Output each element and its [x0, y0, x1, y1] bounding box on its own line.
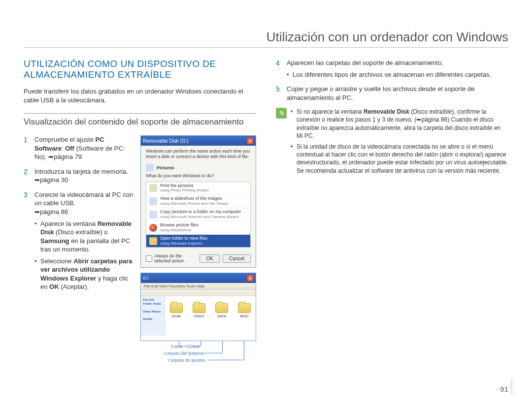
option-open-folder[interactable]: Open folder to view filesusing Windows E… [146, 235, 250, 248]
mediashow-icon [149, 224, 157, 232]
removable-disk-dialog: Removable Disk (G:) × Windows can perfor… [140, 135, 256, 268]
callouts: Fotos Vídeos Carpeta del sistema Carpeta… [140, 341, 256, 373]
close-icon[interactable]: × [247, 275, 254, 281]
folder-icon [149, 237, 157, 245]
section-title: UTILIZACIÓN COMO UN DISPOSITIVO DE ALMAC… [24, 59, 256, 80]
callout-fotos: Fotos [171, 344, 182, 349]
steps-list-right: 4 Aparecen las carpetas del soporte de a… [276, 59, 508, 102]
folder-data[interactable]: DATA [215, 303, 228, 329]
explorer-window: G:\× File Edit View Favorites Tools Help… [140, 273, 256, 341]
always-checkbox[interactable]: Always do the selected action. [146, 253, 197, 263]
note-2: Si la unidad de disco de la videocámara … [291, 143, 508, 175]
option-print[interactable]: Print the picturesusing Photo Printing W… [146, 182, 250, 195]
explorer-title: G:\ [143, 276, 149, 281]
divider [24, 47, 508, 48]
note-icon: ✎ [276, 108, 287, 119]
dialog-text-1: Windows can perform the same action each… [146, 149, 251, 159]
dialog-title: Removable Disk (G:) [143, 138, 189, 144]
step-1: 1 Compruebe el ajuste PC Software: Off (… [24, 135, 134, 161]
pictures-icon [146, 164, 154, 172]
option-copy[interactable]: Copy pictures to a folder on my computer… [146, 208, 250, 221]
explorer-content[interactable]: DCIM VIDEO DATA MISC [165, 296, 256, 336]
option-browse[interactable]: Browse picture filesusing MediaShow [146, 221, 250, 235]
page-number: 91 [500, 385, 508, 393]
step-5: 5 Copie y pegue o arrastre y suelte los … [276, 85, 508, 102]
explorer-menubar[interactable]: File Edit View Favorites Tools Help [141, 283, 256, 289]
scanner-icon [149, 211, 157, 219]
explorer-sidebar[interactable]: File and Folder Tasks Other Places Detai… [141, 296, 165, 336]
folder-dcim[interactable]: DCIM [170, 303, 183, 329]
step-2: 2 Introduzca la tarjeta de memoria. ➥pág… [24, 167, 134, 185]
ok-button[interactable]: OK [200, 254, 219, 263]
explorer-toolbar[interactable] [141, 289, 256, 296]
dialog-titlebar: Removable Disk (G:) × [141, 136, 256, 146]
cancel-button[interactable]: Cancel [223, 254, 251, 263]
folder-icon [238, 303, 251, 313]
subsection-title: Visualización del contenido del soporte … [24, 113, 256, 127]
wizard-icon [149, 184, 157, 192]
content-columns: UTILIZACIÓN COMO UN DISPOSITIVO DE ALMAC… [24, 59, 508, 373]
step-4: 4 Aparecen las carpetas del soporte de a… [276, 59, 508, 79]
note-1: Si no aparece la ventana Removable Disk … [291, 108, 508, 140]
dialog-options-list[interactable]: Print the picturesusing Photo Printing W… [146, 182, 251, 248]
figures-column: Removable Disk (G:) × Windows can perfor… [140, 135, 256, 373]
note-block: ✎ Si no aparece la ventana Removable Dis… [276, 108, 508, 178]
intro-text: Puede transferir los datos grabados en u… [24, 87, 256, 104]
callout-sistema: Carpeta del sistema [164, 351, 203, 356]
dialog-text-2: What do you want Windows to do? [146, 173, 251, 179]
left-column: UTILIZACIÓN COMO UN DISPOSITIVO DE ALMAC… [24, 59, 256, 373]
steps-list: 1 Compruebe el ajuste PC Software: Off (… [24, 135, 134, 291]
page-decor [511, 379, 511, 394]
close-icon[interactable]: × [247, 137, 254, 144]
option-slideshow[interactable]: View a slideshow of the imagesusing Wind… [146, 195, 250, 208]
page-decor [513, 377, 513, 395]
callout-videos: Vídeos [186, 344, 200, 349]
step-4-sub: Los diferentes tipos de archivos se alma… [287, 70, 508, 79]
folder-video[interactable]: VIDEO [193, 303, 205, 329]
folder-icon [170, 303, 183, 313]
folder-icon [193, 303, 205, 313]
step-3-sub-1: Aparece la ventana Removable Disk (Disco… [34, 219, 134, 254]
step-3-sub-2: Seleccione Abrir carpetas para ver archi… [34, 257, 134, 291]
step-3: 3 Conecte la videocámara al PC con un ca… [24, 190, 134, 291]
right-column: 4 Aparecen las carpetas del soporte de a… [276, 59, 508, 373]
folder-icon [215, 303, 228, 313]
slideshow-icon [149, 197, 157, 205]
manual-page: Utilización con un ordenador con Windows… [0, 0, 532, 406]
folder-misc[interactable]: MISC [238, 303, 251, 329]
callout-ajustes: Carpeta de ajustes [168, 358, 205, 363]
chapter-title: Utilización con un ordenador con Windows [24, 30, 508, 45]
